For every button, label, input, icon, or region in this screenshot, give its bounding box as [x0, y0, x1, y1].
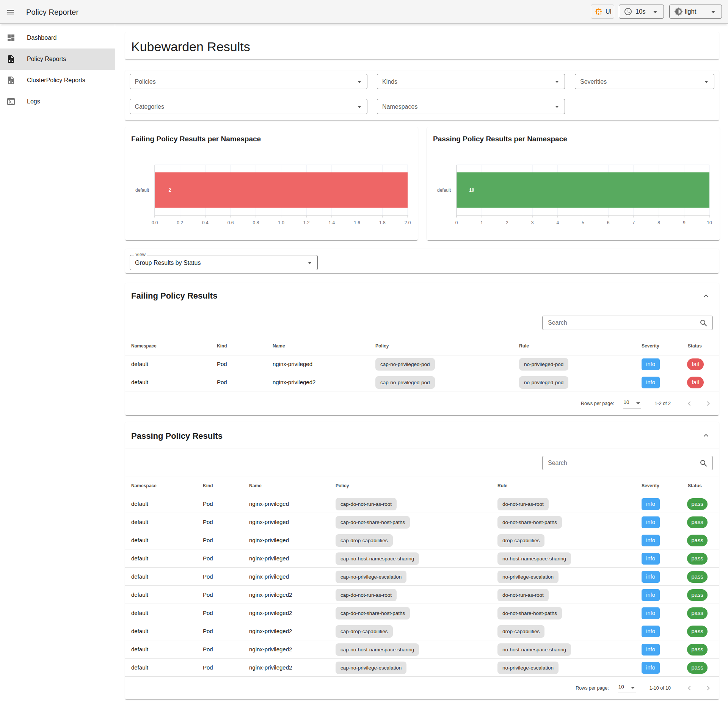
- svg-text:0.2: 0.2: [177, 220, 183, 225]
- svg-text:8: 8: [657, 220, 660, 225]
- svg-text:10: 10: [469, 188, 474, 193]
- svg-text:1.4: 1.4: [329, 220, 335, 225]
- svg-text:1: 1: [480, 220, 483, 225]
- svg-text:10: 10: [707, 220, 712, 225]
- svg-text:1.8: 1.8: [379, 220, 386, 225]
- svg-text:default: default: [135, 188, 149, 193]
- svg-text:0.0: 0.0: [152, 220, 158, 225]
- svg-text:2.0: 2.0: [405, 220, 411, 225]
- svg-text:0: 0: [455, 220, 458, 225]
- svg-text:7: 7: [632, 220, 635, 225]
- svg-text:6: 6: [607, 220, 610, 225]
- svg-text:2: 2: [506, 220, 508, 225]
- svg-text:5: 5: [582, 220, 584, 225]
- svg-text:2: 2: [169, 188, 171, 193]
- svg-text:1.6: 1.6: [354, 220, 360, 225]
- svg-text:0.8: 0.8: [253, 220, 259, 225]
- svg-text:default: default: [437, 188, 451, 193]
- svg-text:0.6: 0.6: [228, 220, 234, 225]
- svg-text:1.2: 1.2: [303, 220, 310, 225]
- svg-text:3: 3: [531, 220, 534, 225]
- svg-text:0.4: 0.4: [202, 220, 209, 225]
- svg-text:4: 4: [556, 220, 559, 225]
- svg-text:1.0: 1.0: [278, 220, 284, 225]
- svg-text:9: 9: [683, 220, 686, 225]
